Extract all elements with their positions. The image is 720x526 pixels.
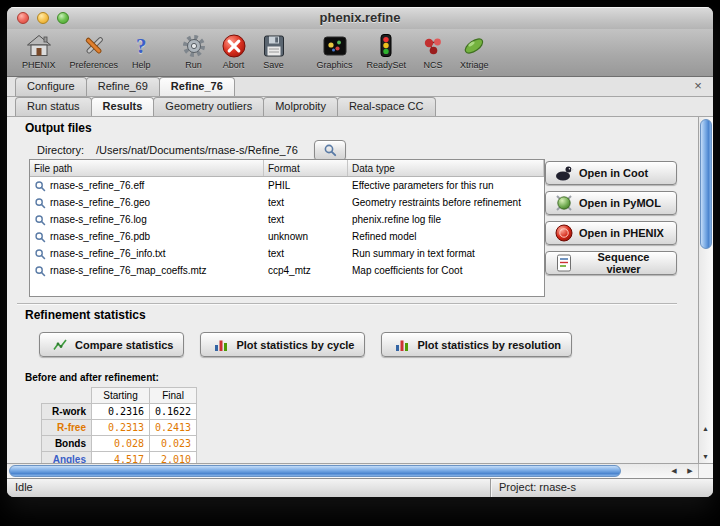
pymol-icon — [554, 193, 574, 213]
button-label: Open in Coot — [579, 167, 648, 179]
tab-refine-76[interactable]: Refine_76 — [159, 77, 235, 96]
file-path: rnase-s_refine_76.geo — [50, 197, 150, 208]
horizontal-scrollbar-thumb[interactable] — [9, 465, 621, 477]
toolbar-help-button[interactable]: ? Help — [125, 31, 158, 71]
button-label: Compare statistics — [75, 339, 173, 351]
tab-molprobity[interactable]: Molprobity — [263, 97, 338, 116]
file-datatype: Map coefficients for Coot — [348, 265, 544, 276]
directory-row: Directory: /Users/nat/Documents/rnase-s/… — [37, 140, 346, 160]
magnifier-icon — [34, 248, 46, 260]
file-format: text — [264, 248, 348, 259]
toolbar-label: Graphics — [317, 60, 353, 70]
main-tab-bar: Configure Refine_69 Refine_76 × — [7, 77, 713, 97]
toolbar-label: NCS — [424, 60, 443, 70]
phenix-sphere-icon — [554, 223, 574, 243]
toolbar-label: Save — [263, 60, 284, 70]
column-header-final: Final — [150, 388, 197, 404]
button-label: Open in PyMOL — [579, 197, 661, 209]
output-files-table: File path Format Data type rnase-s_refin… — [29, 159, 545, 297]
tab-results[interactable]: Results — [91, 97, 155, 116]
toolbar-preferences-button[interactable]: Preferences — [63, 31, 126, 71]
floppy-disk-icon — [261, 32, 287, 60]
toolbar-run-button[interactable]: Run — [174, 31, 214, 71]
file-path: rnase-s_refine_76.eff — [50, 180, 144, 191]
column-header-format[interactable]: Format — [264, 160, 348, 176]
table-row: Bonds 0.028 0.023 — [42, 436, 197, 452]
toolbar-save-button[interactable]: Save — [254, 31, 294, 71]
button-label: Plot statistics by cycle — [236, 339, 354, 351]
tab-refine-69[interactable]: Refine_69 — [86, 77, 160, 96]
file-row[interactable]: rnase-s_refine_76.pdb unknown Refined mo… — [30, 228, 544, 245]
table-row: R-free 0.2313 0.2413 — [42, 420, 197, 436]
directory-value: /Users/nat/Documents/rnase-s/Refine_76 — [96, 144, 298, 156]
open-in-coot-button[interactable]: Open in Coot — [545, 161, 677, 185]
scroll-left-arrow[interactable]: ◀ — [666, 464, 682, 478]
browse-directory-button[interactable] — [314, 140, 346, 161]
results-tab-bar: Run status Results Geometry outliers Mol… — [7, 97, 713, 117]
file-row[interactable]: rnase-s_refine_76.geo text Geometry rest… — [30, 194, 544, 211]
scrollbar-corner — [698, 464, 713, 478]
files-table-header: File path Format Data type — [30, 160, 544, 177]
before-after-table: Starting Final R-work 0.2316 0.1622 R-fr… — [41, 387, 197, 463]
tab-real-space-cc[interactable]: Real-space CC — [337, 97, 436, 116]
phenix-refine-window: phenix.refine PHENIX — [7, 7, 713, 497]
column-header-data-type[interactable]: Data type — [348, 160, 544, 176]
column-header-file-path[interactable]: File path — [30, 160, 264, 176]
stat-starting-value: 4.517 — [92, 452, 150, 464]
toolbar-abort-button[interactable]: Abort — [214, 31, 254, 71]
file-format: text — [264, 197, 348, 208]
results-panel: Output files Directory: /Users/nat/Docum… — [7, 117, 713, 463]
tab-geometry-outliers[interactable]: Geometry outliers — [153, 97, 264, 116]
screen: phenix.refine PHENIX — [0, 0, 720, 526]
file-row[interactable]: rnase-s_refine_76.eff PHIL Effective par… — [30, 177, 544, 194]
file-row[interactable]: rnase-s_refine_76.log text phenix.refine… — [30, 211, 544, 228]
toolbar-label: Xtriage — [460, 60, 489, 70]
gear-icon — [181, 32, 207, 60]
toolbar-phenix-button[interactable]: PHENIX — [15, 31, 63, 71]
sequence-viewer-button[interactable]: Sequence viewer — [545, 251, 677, 275]
file-row[interactable]: rnase-s_refine_76_map_coeffs.mtz ccp4_mt… — [30, 262, 544, 279]
search-icon — [323, 143, 337, 157]
file-datatype: Refined model — [348, 231, 544, 242]
file-row[interactable]: rnase-s_refine_76_info.txt text Run summ… — [30, 245, 544, 262]
horizontal-scrollbar[interactable]: ◀ ▶ — [7, 463, 713, 478]
scroll-up-arrow[interactable]: ▲ — [698, 421, 713, 435]
tab-run-status[interactable]: Run status — [15, 97, 92, 116]
coot-icon — [554, 163, 574, 183]
xtriage-icon — [461, 32, 487, 60]
close-tab-icon[interactable]: × — [691, 79, 705, 93]
open-in-phenix-button[interactable]: Open in PHENIX — [545, 221, 677, 245]
toolbar-label: Run — [185, 60, 202, 70]
compare-statistics-button[interactable]: Compare statistics — [39, 332, 184, 357]
vertical-scrollbar[interactable]: ▲ ▼ — [698, 117, 713, 463]
line-chart-icon — [50, 335, 70, 355]
toolbar-readyset-button[interactable]: ReadySet — [360, 31, 414, 71]
plot-statistics-by-cycle-button[interactable]: Plot statistics by cycle — [200, 332, 365, 357]
file-datatype: Effective parameters for this run — [348, 180, 544, 191]
status-divider — [490, 479, 491, 497]
open-buttons-column: Open in Coot — [545, 161, 677, 275]
stat-final-value: 0.023 — [150, 436, 197, 452]
scroll-down-arrow[interactable]: ▼ — [698, 449, 713, 463]
open-in-pymol-button[interactable]: Open in PyMOL — [545, 191, 677, 215]
stat-final-value: 2.010 — [150, 452, 197, 464]
bar-chart-icon — [392, 335, 412, 355]
table-row: Angles 4.517 2.010 — [42, 452, 197, 464]
tab-configure[interactable]: Configure — [15, 77, 87, 96]
graphics-screen-icon — [322, 32, 348, 60]
table-row: R-work 0.2316 0.1622 — [42, 404, 197, 420]
vertical-scrollbar-thumb[interactable] — [700, 119, 712, 249]
titlebar[interactable]: phenix.refine — [7, 7, 713, 29]
refinement-statistics-heading: Refinement statistics — [25, 308, 146, 322]
toolbar-label: Preferences — [70, 60, 119, 70]
plot-statistics-by-resolution-button[interactable]: Plot statistics by resolution — [381, 332, 572, 357]
toolbar-label: ReadySet — [367, 60, 407, 70]
toolbar-xtriage-button[interactable]: Xtriage — [453, 31, 496, 71]
stat-final-value: 0.1622 — [150, 404, 197, 420]
help-question-icon: ? — [136, 32, 147, 60]
toolbar-graphics-button[interactable]: Graphics — [310, 31, 360, 71]
scroll-right-arrow[interactable]: ▶ — [682, 464, 698, 478]
toolbar-ncs-button[interactable]: NCS — [413, 31, 453, 71]
traffic-light-icon — [373, 32, 399, 60]
sequence-document-icon — [554, 253, 574, 273]
